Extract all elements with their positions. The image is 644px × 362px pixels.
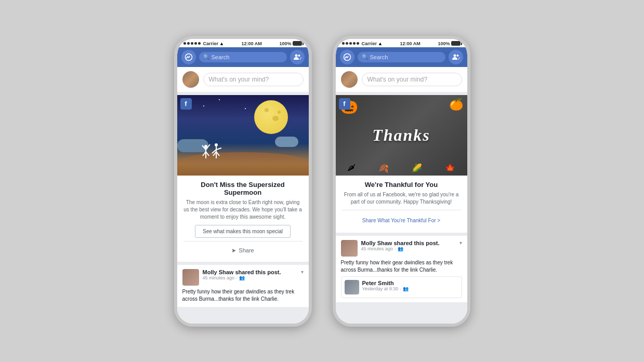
post-input-2: What's on your mind? <box>336 67 467 92</box>
battery-pct-1: 100% <box>279 41 291 46</box>
content-1: What's on your mind? <box>177 67 309 324</box>
signal-dots-2 <box>342 42 359 45</box>
shared-post-1: Molly Shaw shared this post. 45 minutes … <box>177 265 309 307</box>
shared-post-time-2: 45 minutes ago <box>361 246 393 251</box>
signal-dot <box>191 42 193 45</box>
search-bar-1[interactable]: 🔍 Search <box>199 52 287 62</box>
battery-fill-1 <box>293 42 301 45</box>
molly-avatar-1 <box>182 269 199 286</box>
signal-dot <box>183 42 186 45</box>
moon-crater <box>272 116 279 121</box>
moon-crater <box>278 111 281 114</box>
signal-dot <box>349 42 352 45</box>
cloud-right <box>275 137 298 147</box>
people-icon-1[interactable] <box>290 50 305 64</box>
peter-time: Yesterday at 9:30 <box>362 286 399 291</box>
share-icon-1: ➤ <box>231 247 236 254</box>
thanks-card-text: From all of us at Facebook, we're so gla… <box>342 191 461 206</box>
signal-dot <box>357 42 359 45</box>
signal-dot <box>194 42 197 45</box>
time-label-1: 12:00 AM <box>242 41 262 46</box>
vegetable-row: 🌶 🍂 🌽 🍁 <box>336 163 467 173</box>
time-label-2: 12:00 AM <box>400 41 420 46</box>
friends-icon-1: 👥 <box>239 275 245 280</box>
card-divider-2 <box>342 210 461 210</box>
card-divider-1 <box>183 241 303 242</box>
avatar-image-1 <box>182 71 199 88</box>
status-right-1: 100% <box>279 41 302 46</box>
user-avatar-2 <box>341 71 358 88</box>
nested-post-info: Peter Smith Yesterday at 9:30 · 👥 <box>362 280 409 291</box>
peter-name: Peter Smith <box>362 280 409 286</box>
messenger-icon-1[interactable] <box>181 50 196 64</box>
user-avatar-1 <box>182 71 199 88</box>
shared-post-meta-1: 45 minutes ago · 👥 <box>203 275 297 280</box>
battery-fill-2 <box>452 42 460 45</box>
veg-3: 🌽 <box>412 163 422 173</box>
shared-post-name-1: Molly Shaw shared this post. <box>203 269 297 275</box>
thanks-card-body: We're Thankful for You From all of us at… <box>336 176 467 233</box>
facebook-badge-1: f <box>180 98 192 110</box>
thankful-link[interactable]: Share What You're Thankful For > <box>342 213 461 227</box>
battery-icon-2 <box>451 41 461 46</box>
moon-card: f Don't Miss the Supersized Supermoon Th… <box>177 95 309 262</box>
post-input-1: What's on your mind? <box>177 67 309 92</box>
signal-dot <box>187 42 190 45</box>
search-bar-2[interactable]: 🔍 Search <box>358 52 445 62</box>
shared-post-header-1: Molly Shaw shared this post. 45 minutes … <box>182 269 304 286</box>
phone-1-inner: Carrier ▲ 12:00 AM 100% 🔍 Sear <box>177 39 309 324</box>
people-icon-2[interactable] <box>449 50 463 64</box>
carrier-label-2: Carrier <box>362 41 377 46</box>
signal-dot <box>198 42 201 45</box>
shared-post-info-2: Molly Shaw shared this post. 45 minutes … <box>361 240 456 251</box>
shared-post-2: Molly Shaw shared this post. 45 minutes … <box>336 236 467 302</box>
share-button-1[interactable]: ➤ Share <box>183 245 303 257</box>
peter-friends-icon: 👥 <box>403 286 409 291</box>
share-label-1: Share <box>239 247 254 253</box>
thanks-card-title: We're Thankful for You <box>342 181 461 189</box>
shared-post-text-2: Pretty funny how their gear dwindles as … <box>341 259 462 274</box>
phone-2: Carrier ▲ 12:00 AM 100% 🔍 Sear <box>333 36 470 327</box>
veg-1: 🌶 <box>347 163 356 173</box>
status-right-2: 100% <box>438 41 461 46</box>
moon-card-button[interactable]: See what makes this moon special <box>195 225 290 238</box>
avatar-image-2 <box>341 71 358 88</box>
search-placeholder-2: Search <box>370 54 388 60</box>
shared-post-meta-2: 45 minutes ago · 👥 <box>361 246 456 251</box>
post-placeholder-1[interactable]: What's on your mind? <box>203 73 304 86</box>
post-placeholder-2[interactable]: What's on your mind? <box>362 73 462 86</box>
signal-dot <box>342 42 345 45</box>
facebook-badge-2: f <box>339 98 350 110</box>
moon-card-body: Don't Miss the Supersized Supermoon The … <box>177 176 309 262</box>
search-icon-2: 🔍 <box>362 54 368 60</box>
moon-card-title: Don't Miss the Supersized Supermoon <box>183 181 303 196</box>
shared-post-name-2: Molly Shaw shared this post. <box>361 240 456 246</box>
peter-bullet: · <box>400 286 401 291</box>
content-2: What's on your mind? Thanks 🎃 🍊 🌶 <box>336 67 467 324</box>
nav-bar-2: 🔍 Search <box>336 47 467 67</box>
pumpkin-icon-right: 🍊 <box>449 98 463 111</box>
veg-2: 🍂 <box>378 163 389 173</box>
status-left-2: Carrier ▲ <box>342 41 383 46</box>
nav-bar-1: 🔍 Search <box>177 47 309 67</box>
chevron-down-icon-1: ▾ <box>301 269 304 275</box>
shared-post-info-1: Molly Shaw shared this post. 45 minutes … <box>203 269 297 280</box>
bullet-1: · <box>236 275 238 280</box>
wifi-icon-1: ▲ <box>219 41 224 46</box>
messenger-icon-2[interactable] <box>340 50 354 64</box>
thanks-illustration: Thanks 🎃 🍊 🌶 🍂 🌽 🍁 f <box>336 95 467 176</box>
peter-avatar <box>345 280 359 294</box>
chevron-down-icon-2: ▾ <box>459 240 462 246</box>
thanks-card-image: Thanks 🎃 🍊 🌶 🍂 🌽 🍁 f <box>336 95 467 176</box>
svg-point-16 <box>453 54 456 57</box>
svg-point-2 <box>298 55 300 57</box>
veg-4: 🍁 <box>445 163 455 173</box>
moon <box>254 100 288 134</box>
signal-dots-1 <box>183 42 201 45</box>
peter-meta: Yesterday at 9:30 · 👥 <box>362 286 409 291</box>
thanks-card: Thanks 🎃 🍊 🌶 🍂 🌽 🍁 f <box>336 95 467 233</box>
battery-icon-1 <box>293 41 302 46</box>
svg-line-14 <box>216 148 221 150</box>
search-icon-1: 🔍 <box>203 54 209 60</box>
ground <box>177 152 309 176</box>
